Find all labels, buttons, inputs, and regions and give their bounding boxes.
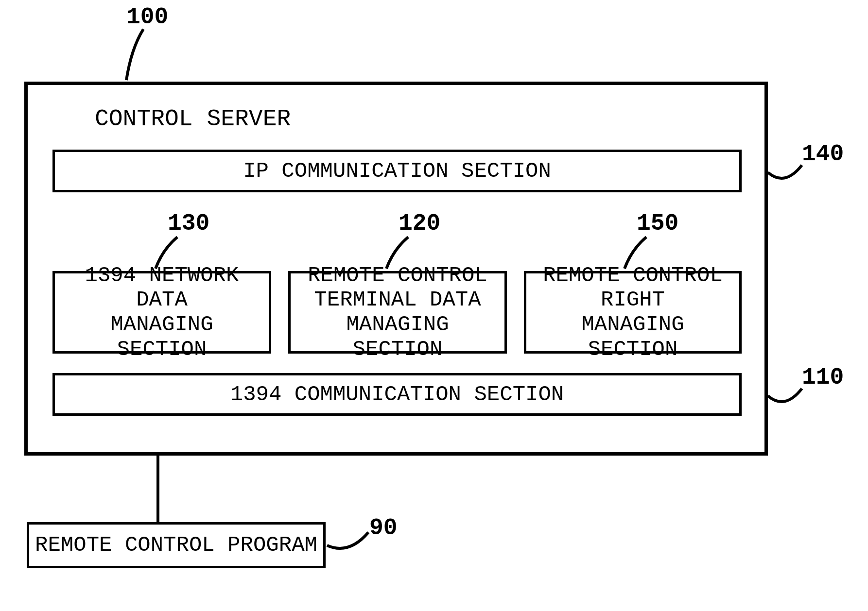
ref-100: 100 bbox=[126, 4, 168, 30]
ref-130: 130 bbox=[168, 210, 209, 237]
communication-1394-section: 1394 COMMUNICATION SECTION bbox=[52, 373, 742, 416]
ref-150: 150 bbox=[637, 210, 678, 237]
ref-90: 90 bbox=[369, 515, 398, 541]
ip-communication-section: IP COMMUNICATION SECTION bbox=[52, 150, 742, 192]
control-server-title: CONTROL SERVER bbox=[95, 106, 291, 132]
ref-120: 120 bbox=[399, 210, 440, 237]
network-data-managing-section: 1394 NETWORK DATA MANAGING SECTION bbox=[52, 271, 271, 354]
right-managing-section: REMOTE CONTROL RIGHT MANAGING SECTION bbox=[524, 271, 742, 354]
lead-line-110 bbox=[765, 384, 809, 413]
connector-line bbox=[156, 456, 159, 524]
lead-line-100 bbox=[122, 27, 160, 90]
terminal-data-managing-section: REMOTE CONTROL TERMINAL DATA MANAGING SE… bbox=[288, 271, 507, 354]
remote-control-program: REMOTE CONTROL PROGRAM bbox=[27, 522, 326, 568]
lead-line-90 bbox=[325, 528, 373, 558]
lead-line-140 bbox=[765, 160, 809, 189]
